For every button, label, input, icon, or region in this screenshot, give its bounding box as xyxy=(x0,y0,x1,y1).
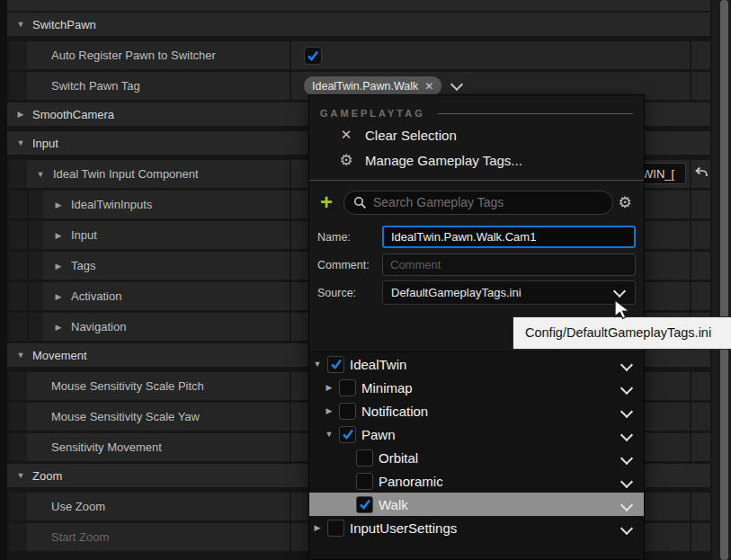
triangle-right-icon[interactable]: ▶ xyxy=(323,406,335,415)
search-input[interactable]: Search Gameplay Tags xyxy=(343,191,613,215)
chevron-down-icon[interactable] xyxy=(620,452,633,465)
source-dropdown[interactable]: DefaultGameplayTags.ini xyxy=(382,280,636,305)
tag-tree-row-walk[interactable]: Walk xyxy=(309,493,644,516)
tag-checkbox[interactable] xyxy=(327,356,344,373)
property-label: Activation xyxy=(71,289,121,303)
comment-input[interactable] xyxy=(382,253,636,276)
row-content: Auto Register Pawn to Switcher xyxy=(27,41,710,69)
tag-checkbox[interactable] xyxy=(356,496,373,513)
chevron-down-icon[interactable] xyxy=(620,476,633,488)
chevron-down-icon[interactable] xyxy=(620,429,633,441)
popup-separator xyxy=(309,180,644,181)
reset-cell xyxy=(691,493,710,520)
property-name-cell: Sensitivity Movement xyxy=(27,433,290,461)
property-name-cell: Mouse Sensitivity Scale Pitch xyxy=(27,372,290,400)
triangle-right-icon[interactable]: ▶ xyxy=(52,200,65,209)
gear-icon: ⚙ xyxy=(336,151,356,170)
tag-tree-row-orbital[interactable]: Orbital xyxy=(309,446,644,469)
property-name-cell: ▼Ideal Twin Input Component xyxy=(27,160,290,188)
triangle-right-icon[interactable]: ▶ xyxy=(323,383,335,392)
section-divider-line xyxy=(438,113,633,114)
vertical-scrollbar-thumb[interactable] xyxy=(720,0,728,560)
triangle-right-icon[interactable]: ▶ xyxy=(52,292,65,301)
chevron-down-icon[interactable] xyxy=(620,522,633,535)
triangle-down-icon[interactable]: ▼ xyxy=(14,138,27,147)
triangle-right-icon[interactable]: ▶ xyxy=(311,523,324,532)
property-label: Sensitivity Movement xyxy=(51,440,162,454)
tag-tree-row-minimap[interactable]: ▶Minimap xyxy=(309,376,644,399)
clear-selection-button[interactable]: ✕ Clear Selection xyxy=(309,122,644,147)
manage-gameplay-tags-button[interactable]: ⚙ Manage Gameplay Tags... xyxy=(309,147,644,173)
property-name-cell: ▶Input xyxy=(43,221,290,249)
triangle-down-icon[interactable]: ▼ xyxy=(323,430,335,439)
indent-guide xyxy=(9,313,27,341)
tag-tree-row-idealtwin[interactable]: ▼IdealTwin xyxy=(309,352,644,376)
indent-guide xyxy=(9,252,27,280)
category-row-switchpawn[interactable]: ▼SwitchPawn xyxy=(7,13,710,36)
tag-tree-row-panoramic[interactable]: Panoramic xyxy=(309,469,644,493)
reset-cell xyxy=(691,433,710,461)
property-name-cell: ▶Tags xyxy=(43,252,290,280)
tag-label: Minimap xyxy=(361,380,413,396)
triangle-down-icon[interactable]: ▼ xyxy=(311,360,324,369)
vertical-scrollbar-track[interactable] xyxy=(712,0,731,560)
tag-checkbox[interactable] xyxy=(339,426,356,443)
manage-gameplay-tags-label: Manage Gameplay Tags... xyxy=(365,153,522,168)
property-name-cell: ▶IdealTwinInputs xyxy=(43,191,290,218)
property-name-cell: Use Zoom xyxy=(27,493,290,520)
tag-tree-row-inputusersettings[interactable]: ▶InputUserSettings xyxy=(309,516,644,539)
tag-label: Walk xyxy=(379,497,408,512)
search-placeholder: Search Gameplay Tags xyxy=(373,195,504,209)
tag-label: Panoramic xyxy=(379,474,443,489)
triangle-down-icon[interactable]: ▼ xyxy=(14,20,27,29)
chevron-down-icon[interactable] xyxy=(620,359,633,371)
tag-checkbox[interactable] xyxy=(356,473,373,490)
tag-search-row: + Search Gameplay Tags ⚙ xyxy=(316,190,637,215)
chevron-down-icon[interactable] xyxy=(620,499,633,511)
category-label: Input xyxy=(32,137,58,150)
reset-cell xyxy=(691,252,710,280)
remove-tag-icon[interactable]: ✕ xyxy=(424,80,433,93)
panel-left-edge xyxy=(0,0,7,560)
tag-checkbox[interactable] xyxy=(356,449,373,467)
gear-icon[interactable]: ⚙ xyxy=(613,193,637,212)
reset-to-default-button[interactable] xyxy=(694,166,709,182)
tag-checkbox[interactable] xyxy=(327,520,344,537)
name-input[interactable] xyxy=(382,226,636,248)
tag-tree-row-pawn[interactable]: ▼Pawn xyxy=(309,422,644,446)
chevron-down-icon[interactable] xyxy=(620,382,633,395)
category-label: SwitchPawn xyxy=(32,18,96,31)
tag-label: Notification xyxy=(361,404,428,419)
tag-checkbox[interactable] xyxy=(339,379,356,396)
triangle-right-icon[interactable]: ▶ xyxy=(52,231,65,240)
property-label: Ideal Twin Input Component xyxy=(53,167,199,181)
chevron-down-icon[interactable] xyxy=(450,77,463,90)
name-field-label: Name: xyxy=(309,231,382,244)
indent-guide xyxy=(9,72,27,100)
reset-cell xyxy=(691,403,710,431)
tag-tree-row-notification[interactable]: ▶Notification xyxy=(309,399,644,422)
triangle-down-icon[interactable]: ▼ xyxy=(14,351,27,360)
triangle-right-icon[interactable]: ▶ xyxy=(14,110,27,119)
magnifier-icon xyxy=(353,196,367,209)
reset-cell xyxy=(691,221,710,249)
plus-icon[interactable]: + xyxy=(316,192,336,212)
triangle-down-icon[interactable]: ▼ xyxy=(34,170,47,179)
comment-field-label: Comment: xyxy=(309,259,382,271)
checkbox[interactable] xyxy=(304,47,322,65)
popup-section-header: GAMEPLAYTAG xyxy=(320,104,633,122)
indent-guide xyxy=(9,403,27,431)
checkmark-icon xyxy=(330,358,343,370)
source-dropdown-value: DefaultGameplayTags.ini xyxy=(383,286,615,299)
tag-checkbox[interactable] xyxy=(339,403,356,420)
reset-cell xyxy=(691,523,710,551)
clear-selection-label: Clear Selection xyxy=(365,128,457,143)
tag-label: Orbital xyxy=(379,450,418,466)
property-name-cell: Start Zoom xyxy=(27,523,290,551)
property-row[interactable]: Auto Register Pawn to Switcher xyxy=(7,41,710,69)
triangle-right-icon[interactable]: ▶ xyxy=(52,323,65,332)
triangle-right-icon[interactable]: ▶ xyxy=(52,262,65,271)
triangle-down-icon[interactable]: ▼ xyxy=(14,471,27,480)
tag-chip[interactable]: IdealTwin.Pawn.Walk✕ xyxy=(304,76,441,95)
chevron-down-icon[interactable] xyxy=(620,405,633,418)
